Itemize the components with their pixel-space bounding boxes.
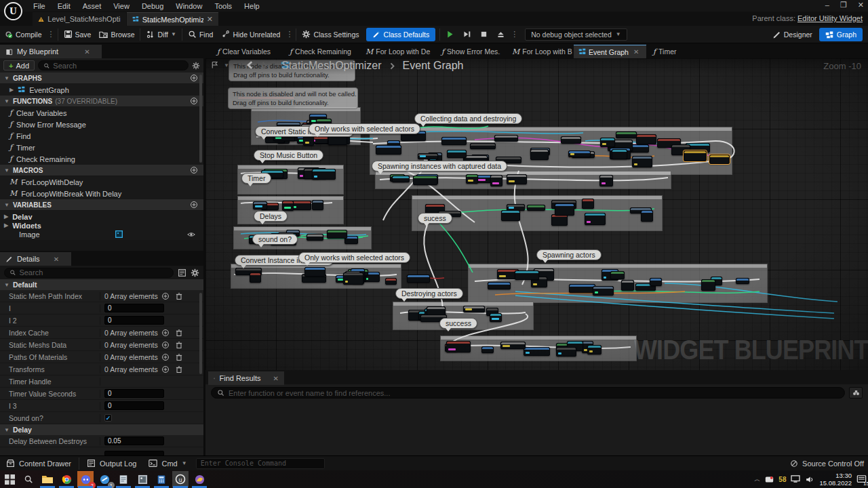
taskbar-chrome[interactable]: [58, 471, 75, 487]
blueprint-settings-icon[interactable]: [192, 62, 200, 70]
blueprint-item-timer[interactable]: ƒTimer: [0, 142, 203, 153]
find-input-wrap[interactable]: [211, 387, 845, 399]
blueprint-item-forloopwithbreak-with-delay[interactable]: MForLoopWithBreak With Delay: [0, 188, 203, 199]
taskbar-app-blue[interactable]: 1: [96, 471, 113, 487]
array-add-icon[interactable]: [161, 365, 170, 373]
graph-node[interactable]: [632, 156, 652, 167]
blueprint-item-find[interactable]: ƒFind: [0, 130, 203, 142]
cmd-dropdown[interactable]: Cmd▼: [142, 456, 193, 471]
graph-node[interactable]: [736, 278, 749, 284]
section-header-graphs[interactable]: ▼GRAPHS: [0, 73, 203, 83]
hide-unrelated-button[interactable]: Hide Unrelated: [217, 26, 284, 43]
array-clear-icon[interactable]: [175, 365, 183, 373]
stop-button[interactable]: [475, 26, 492, 43]
array-add-icon[interactable]: [161, 329, 170, 337]
blueprint-graph-canvas[interactable]: WIDGET BLUEPRINTConvert Static into inst…: [205, 58, 868, 370]
graph-mode-button[interactable]: Graph: [819, 28, 863, 41]
find-input[interactable]: [229, 389, 839, 397]
details-row-i-3[interactable]: I 30: [0, 400, 203, 412]
browse-button[interactable]: Browse: [95, 26, 138, 43]
comment-bubble[interactable]: sucess: [418, 213, 452, 224]
parent-class-link[interactable]: Editor Utility Widget: [797, 14, 863, 22]
array-clear-icon[interactable]: [175, 341, 183, 349]
graph-node[interactable]: [446, 341, 471, 352]
details-row-paths-of-materials[interactable]: Paths Of Materials0 Array elements: [0, 351, 203, 363]
blueprint-search[interactable]: [38, 60, 189, 70]
graph-tab-event-graph[interactable]: Event Graph✕: [574, 45, 646, 58]
graph-tab-check-remaining[interactable]: ƒCheck Remaining: [285, 45, 359, 58]
compile-options[interactable]: ⋮: [46, 30, 56, 39]
graph-node[interactable]: [463, 306, 485, 312]
array-add-icon[interactable]: [161, 353, 170, 361]
comment-bubble[interactable]: Only works with selected actors: [298, 252, 410, 263]
graph-node[interactable]: [641, 210, 653, 222]
graph-node[interactable]: [582, 199, 594, 209]
console-command-input-wrap[interactable]: [196, 458, 325, 469]
graph-node[interactable]: [610, 271, 625, 279]
tray-display-icon[interactable]: [791, 475, 800, 483]
taskbar-krita[interactable]: [191, 471, 208, 487]
details-search-input[interactable]: [19, 268, 168, 277]
graph-node[interactable]: [621, 280, 634, 291]
content-drawer-button[interactable]: Content Drawer: [0, 456, 77, 471]
class-settings-button[interactable]: Class Settings: [298, 26, 363, 43]
graph-node[interactable]: [441, 137, 467, 145]
debug-object-dropdown[interactable]: No debug object selected▼: [525, 28, 627, 41]
graph-tab-clear-variables[interactable]: ƒClear Variables: [212, 45, 283, 58]
graph-node[interactable]: [551, 214, 568, 226]
my-blueprint-tab[interactable]: My Blueprint✕: [0, 45, 102, 58]
graph-node[interactable]: [250, 272, 261, 283]
graph-node-selected[interactable]: [709, 155, 730, 164]
breadcrumb-root[interactable]: StaticMeshOptimizer: [281, 60, 382, 72]
minimize-button[interactable]: –: [825, 1, 829, 9]
tray-expand-icon[interactable]: ︿: [754, 475, 760, 484]
taskbar-clock[interactable]: 13:3015.08.2022: [819, 472, 852, 487]
graph-node[interactable]: [585, 213, 606, 225]
comment-bubble[interactable]: Only works with selected actors: [309, 123, 420, 134]
doc-tab-0[interactable]: Level_StaticMeshOptimi...: [33, 12, 126, 26]
doc-tab-1[interactable]: StaticMeshOptimizer✕: [127, 12, 218, 26]
scrollbar[interactable]: [199, 75, 202, 163]
menu-file[interactable]: File: [27, 2, 52, 10]
graph-node[interactable]: [569, 284, 595, 293]
blueprint-item-clear-variables[interactable]: ƒClear Variables: [0, 107, 203, 119]
graph-node[interactable]: [507, 174, 527, 184]
graph-node[interactable]: [556, 347, 576, 357]
graph-node[interactable]: [312, 169, 336, 180]
menu-edit[interactable]: Edit: [52, 2, 77, 10]
blueprint-item-forloopwithdelay[interactable]: MForLoopWithDelay: [0, 176, 203, 188]
taskbar-photos[interactable]: [134, 471, 151, 487]
taskbar-notepad[interactable]: [115, 471, 132, 487]
details-section-default[interactable]: ▼Default: [0, 279, 203, 290]
graph-node[interactable]: [488, 282, 511, 289]
graph-node[interactable]: [555, 203, 574, 216]
taskbar-unreal-engine[interactable]: u: [172, 471, 189, 487]
graph-node[interactable]: [599, 175, 613, 186]
array-clear-icon[interactable]: [175, 353, 183, 361]
save-button[interactable]: Save: [60, 26, 96, 43]
details-row-transforms[interactable]: Transforms0 Array elements: [0, 363, 203, 375]
array-add-icon[interactable]: [161, 341, 170, 349]
taskbar-start-button[interactable]: [1, 471, 18, 487]
menu-view[interactable]: View: [107, 2, 136, 10]
graph-node[interactable]: [470, 143, 496, 149]
taskbar-file-explorer[interactable]: [39, 471, 56, 487]
details-display-icon[interactable]: [178, 268, 186, 277]
graph-node[interactable]: [593, 286, 614, 296]
diff-button[interactable]: Diff▼: [142, 26, 180, 43]
graph-node[interactable]: [327, 230, 347, 239]
details-scrollbar[interactable]: [199, 293, 202, 374]
tray-volume-icon[interactable]: [805, 475, 814, 484]
graph-node[interactable]: [282, 201, 294, 211]
graph-node[interactable]: [481, 346, 494, 353]
breadcrumb-current[interactable]: Event Graph: [403, 60, 464, 72]
graph-node[interactable]: [701, 279, 715, 291]
graph-node[interactable]: [501, 210, 520, 221]
taskbar-calculator[interactable]: [153, 471, 170, 487]
graph-node[interactable]: [612, 149, 627, 159]
comment-bubble[interactable]: Destroying actors: [395, 288, 463, 299]
graph-node[interactable]: [515, 270, 539, 280]
details-row-i-2[interactable]: I 20: [0, 314, 203, 327]
graph-node[interactable]: [253, 201, 267, 209]
comment-bubble[interactable]: Delays: [254, 211, 288, 222]
